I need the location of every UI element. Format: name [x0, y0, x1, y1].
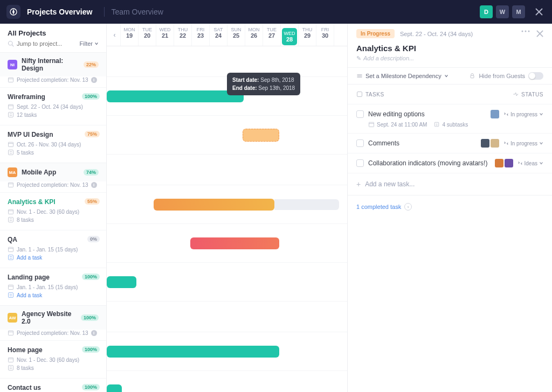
tl-row	[107, 302, 347, 332]
timeline[interactable]: ‹MON19TUE20WED21THU22FRI23SAT24SUN25MON2…	[107, 24, 347, 392]
tl-row	[107, 332, 347, 371]
more-icon[interactable]	[521, 30, 530, 32]
add-task-button[interactable]: + Add a new task...	[348, 173, 552, 195]
svg-rect-37	[9, 358, 13, 362]
nav-divider	[104, 7, 105, 17]
gantt-bar-mvp[interactable]	[243, 129, 279, 142]
avatar-d[interactable]: D	[480, 5, 493, 18]
assignee-avatar[interactable]	[491, 139, 499, 148]
svg-rect-6	[9, 78, 13, 82]
app-logo[interactable]	[6, 5, 20, 19]
day-cell[interactable]: TUE27	[263, 24, 281, 46]
svg-rect-39	[9, 366, 13, 370]
tooltip-bar-dates: Start date: Sep 8th, 2018 End date: Sep …	[227, 73, 300, 95]
nav-projects-overview[interactable]: Projects Overview	[27, 8, 92, 16]
checkbox[interactable]	[356, 110, 364, 118]
avatar-w[interactable]: W	[496, 5, 509, 18]
day-cell-today[interactable]: WED28	[281, 24, 299, 46]
task-wireframing[interactable]: Wireframing 100% Sept. 22 - Oct. 24 (34 …	[0, 87, 106, 125]
task-contact[interactable]: Contact us 100% Jan. 1 - Jan. 15 (15 day…	[0, 378, 106, 392]
svg-rect-13	[9, 142, 13, 146]
plus-icon: +	[356, 180, 361, 188]
toggle[interactable]	[528, 72, 543, 80]
project-header-agency[interactable]: AW Agency Website 2.0 100%	[0, 306, 106, 330]
svg-rect-35	[9, 331, 13, 335]
svg-rect-10	[9, 113, 13, 117]
gantt-bar-landing[interactable]	[107, 276, 136, 288]
task-status[interactable]: Ideas	[518, 160, 543, 166]
project-sub: Projected completion: Nov. 13 i	[0, 181, 106, 192]
info-icon[interactable]: i	[91, 330, 97, 336]
add-task-link[interactable]: Add a task	[8, 292, 99, 298]
timeline-body: Start date: Sep 8th, 2018 End date: Sep …	[107, 46, 347, 392]
day-cell[interactable]: SAT24	[210, 24, 227, 46]
status-badge[interactable]: In Progress	[356, 29, 395, 38]
sidebar-title: All Projects	[8, 29, 99, 37]
task-status[interactable]: In progress	[503, 141, 543, 146]
task-home[interactable]: Home page 100% Nov. 1 - Dec. 30 (60 days…	[0, 340, 106, 378]
detail-desc[interactable]: ✎Add a description...	[348, 53, 552, 67]
day-cell[interactable]: MON19	[121, 24, 139, 46]
timeline-prev[interactable]: ‹	[109, 24, 121, 46]
nav-team-overview[interactable]: Team Overview	[111, 8, 163, 16]
panel-close-icon[interactable]	[536, 30, 543, 37]
hide-guests-toggle[interactable]: Hide from Guests	[469, 72, 543, 80]
task-landing[interactable]: Landing page 100% Jan. 1 - Jan. 15 (15 d…	[0, 268, 106, 305]
project-header-mobile[interactable]: MA Mobile App 74%	[0, 163, 106, 181]
chevron-right-icon: ›	[404, 203, 412, 211]
milestone-button[interactable]: Set a Milestone Dependency	[356, 73, 448, 79]
project-pct: 74%	[84, 169, 99, 176]
search-input[interactable]	[17, 40, 71, 47]
filter-button[interactable]: Filter	[80, 40, 99, 47]
svg-rect-57	[369, 122, 374, 127]
task-analytics[interactable]: Analytics & KPI 55% Nov. 1 - Dec. 30 (60…	[0, 192, 106, 230]
gantt-bar-wireframing[interactable]	[107, 90, 244, 102]
detail-task-editing[interactable]: New editing options In progress Sept. 24…	[348, 104, 552, 133]
search-icon	[8, 40, 14, 47]
info-icon[interactable]: i	[91, 182, 97, 188]
detail-task-collab[interactable]: Collaboration indicators (moving avatars…	[348, 153, 552, 173]
project-name: Nifty Internal: Design	[22, 57, 79, 72]
day-cell[interactable]: MON26	[245, 24, 263, 46]
tl-row	[107, 116, 347, 155]
project-pct: 100%	[81, 314, 99, 321]
gantt-bar-contact[interactable]	[107, 384, 122, 393]
task-mvp-ui[interactable]: MVP UI Design 75% Oct. 26 - Nov. 30 (34 …	[0, 125, 106, 163]
day-cell[interactable]: SUN25	[227, 24, 245, 46]
day-cell[interactable]: WED21	[156, 24, 174, 46]
svg-rect-59	[435, 122, 439, 127]
assignee-avatar[interactable]	[505, 159, 513, 167]
svg-rect-55	[471, 75, 474, 78]
svg-rect-22	[9, 218, 13, 222]
svg-rect-20	[9, 209, 13, 214]
day-cell[interactable]: THU29	[299, 24, 316, 46]
day-cell[interactable]: FRI23	[192, 24, 210, 46]
completed-tasks-link[interactable]: 1 completed task ›	[348, 195, 552, 218]
detail-dates: Sept. 22 - Oct. 24 (34 days)	[400, 31, 473, 37]
svg-rect-30	[9, 285, 13, 289]
svg-rect-27	[9, 255, 13, 260]
task-qa[interactable]: QA 0% Jan. 1 - Jan. 15 (15 days) Add a t…	[0, 230, 106, 268]
add-task-link[interactable]: Add a task	[8, 254, 99, 261]
avatar-m[interactable]: M	[512, 5, 525, 18]
svg-point-49	[528, 31, 530, 32]
day-cell[interactable]: FRI30	[316, 24, 334, 46]
gantt-bar-home[interactable]	[107, 346, 279, 358]
info-icon[interactable]: i	[91, 77, 97, 83]
gantt-bar-analytics[interactable]	[154, 199, 274, 211]
assignee-avatar[interactable]	[481, 139, 489, 148]
close-icon[interactable]	[533, 5, 546, 18]
day-cell[interactable]: THU22	[174, 24, 192, 46]
task-status[interactable]: In progress	[503, 111, 543, 117]
assignee-avatar[interactable]	[495, 159, 503, 167]
project-header-nifty[interactable]: NI Nifty Internal: Design 22%	[0, 53, 106, 76]
checkbox[interactable]	[356, 159, 364, 167]
day-cell[interactable]: TUE20	[139, 24, 156, 46]
checkbox[interactable]	[356, 139, 364, 147]
timeline-header: ‹MON19TUE20WED21THU22FRI23SAT24SUN25MON2…	[107, 24, 347, 46]
tl-row: Start date: Sep 8th, 2018 End date: Sep …	[107, 77, 347, 116]
detail-task-comments[interactable]: Comments In progress	[348, 133, 552, 153]
gantt-bar-qa[interactable]	[190, 237, 279, 249]
assignee-avatar[interactable]	[491, 110, 499, 118]
svg-point-4	[9, 41, 13, 46]
